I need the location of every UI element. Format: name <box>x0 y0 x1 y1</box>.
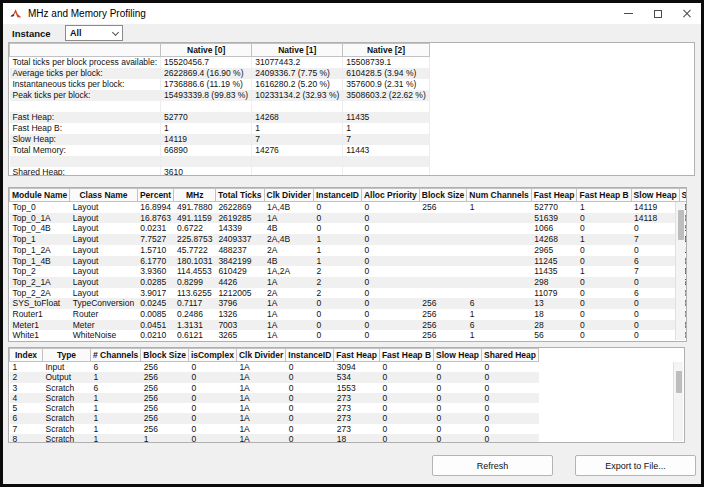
table-cell[interactable]: 28 <box>531 320 577 331</box>
table-cell[interactable]: 8 <box>10 434 43 443</box>
table-cell[interactable]: 1 <box>467 309 532 320</box>
table-cell[interactable]: Average ticks per block: <box>10 68 161 79</box>
table-cell[interactable]: 0 <box>286 403 334 413</box>
table-cell[interactable]: 0.0285 <box>137 277 174 288</box>
table-cell[interactable] <box>419 213 467 224</box>
table-cell[interactable]: 0 <box>361 213 419 224</box>
table-cell[interactable]: 1A <box>236 434 285 443</box>
table-cell[interactable]: 15493339.8 (99.83 %) <box>161 90 252 101</box>
table-cell[interactable]: 0 <box>631 309 679 320</box>
table-cell[interactable]: Scratch <box>43 383 91 393</box>
instance-dropdown[interactable]: All <box>65 25 123 41</box>
table-cell[interactable]: 1 <box>91 403 141 413</box>
table-cell[interactable]: 0.0231 <box>137 223 174 234</box>
table-cell[interactable]: Top_1 <box>10 234 70 245</box>
table-cell[interactable]: 0 <box>379 362 433 373</box>
table-cell[interactable]: 1 <box>161 123 252 134</box>
table-cell[interactable]: Layout <box>70 288 137 299</box>
table-cell[interactable]: 0 <box>482 413 539 423</box>
table-cell[interactable]: 0 <box>286 393 334 403</box>
table-cell[interactable]: 5 <box>10 403 43 413</box>
table-row[interactable]: Shared Heap:3610 <box>10 167 430 176</box>
table-cell[interactable]: 0.7117 <box>174 298 215 309</box>
table-cell[interactable] <box>343 101 429 112</box>
table-cell[interactable]: 357600.9 (2.31 %) <box>343 79 429 90</box>
table-cell[interactable]: 3.9017 <box>137 288 174 299</box>
table-row[interactable]: Top_1_4BLayout6.1770180.103138421994B101… <box>10 256 688 267</box>
table-cell[interactable]: 7 <box>343 134 429 145</box>
table-cell[interactable]: 0 <box>361 256 419 267</box>
table-cell[interactable]: 66890 <box>161 145 252 156</box>
table-cell[interactable]: 2A <box>264 245 313 256</box>
table-cell[interactable]: 298 <box>531 277 577 288</box>
table-cell[interactable]: 1A <box>236 362 285 373</box>
table-cell[interactable]: 0 <box>361 266 419 277</box>
table-cell[interactable]: 0 <box>577 256 631 267</box>
table-cell[interactable] <box>252 101 343 112</box>
table-cell[interactable]: 0.6121 <box>174 330 215 341</box>
table-cell[interactable]: 15520456.7 <box>161 57 252 69</box>
table-cell[interactable]: 0 <box>286 383 334 393</box>
table-cell[interactable]: 0 <box>188 383 236 393</box>
table-cell[interactable]: 0.6722 <box>174 223 215 234</box>
table-cell[interactable]: 0 <box>361 245 419 256</box>
table-cell[interactable]: 0 <box>286 434 334 443</box>
table-cell[interactable]: 14268 <box>252 112 343 123</box>
table-cell[interactable]: 1 <box>577 266 631 277</box>
table-cell[interactable]: 6 <box>10 413 43 423</box>
table-cell[interactable]: 0 <box>313 223 361 234</box>
table-cell[interactable]: 3508603.2 (22.62 %) <box>343 90 429 101</box>
table-cell[interactable]: White1 <box>10 330 70 341</box>
table-cell[interactable]: 0 <box>482 383 539 393</box>
table-cell[interactable]: 1A <box>264 277 313 288</box>
table-cell[interactable]: 0 <box>482 403 539 413</box>
table-cell[interactable]: Top_2_2A <box>10 288 70 299</box>
minimize-button[interactable] <box>614 3 643 24</box>
table-row[interactable]: Top_0_1ALayout16.8763491.115926192851A00… <box>10 213 688 224</box>
table-cell[interactable]: 7003 <box>215 320 264 331</box>
table-cell[interactable]: 256 <box>419 298 467 309</box>
table-cell[interactable]: 273 <box>334 424 380 434</box>
table-row[interactable]: Fast Heap B:111 <box>10 123 430 134</box>
table-cell[interactable]: 7 <box>631 266 679 277</box>
table-cell[interactable]: 14276 <box>252 145 343 156</box>
table-cell[interactable]: Top_0_1A <box>10 213 70 224</box>
table-cell[interactable]: 273 <box>334 403 380 413</box>
table-row[interactable]: Top_2Layout3.9360114.45536104291A,2A2011… <box>10 266 688 277</box>
table-row[interactable]: Total ticks per block process available:… <box>10 57 430 69</box>
table-cell[interactable] <box>343 167 429 176</box>
table-cell[interactable]: Layout <box>70 234 137 245</box>
table-cell[interactable]: Total ticks per block process available: <box>10 57 161 69</box>
table-cell[interactable]: 1A <box>264 213 313 224</box>
table-cell[interactable]: 0.0210 <box>137 330 174 341</box>
table-row[interactable]: 4Scratch125601A0273000 <box>10 393 539 403</box>
table-cell[interactable]: Layout <box>70 202 137 213</box>
table-cell[interactable]: 256 <box>419 309 467 320</box>
table-row[interactable]: 3Scratch625601A01553000 <box>10 383 539 393</box>
table-cell[interactable]: 3 <box>10 383 43 393</box>
table-row[interactable]: Total Memory:668901427611443 <box>10 145 430 156</box>
table-row[interactable]: Meter1Meter0.04511.313170031A00256628000 <box>10 320 688 331</box>
table-cell[interactable]: 0 <box>577 320 631 331</box>
table-cell[interactable]: 256 <box>141 362 189 373</box>
table-cell[interactable]: Slow Heap: <box>10 134 161 145</box>
table-cell[interactable]: 256 <box>141 403 189 413</box>
titlebar[interactable]: MHz and Memory Profiling <box>3 3 701 24</box>
table-row[interactable]: 2Output125601A0534000 <box>10 372 539 382</box>
table-cell[interactable] <box>467 234 532 245</box>
table-cell[interactable]: Total Memory: <box>10 145 161 156</box>
table-cell[interactable]: 0 <box>188 403 236 413</box>
table-cell[interactable]: Top_2 <box>10 266 70 277</box>
table-cell[interactable]: 256 <box>419 330 467 341</box>
table-cell[interactable]: 56 <box>531 330 577 341</box>
scrollbar-thumb[interactable] <box>678 210 684 240</box>
table-cell[interactable] <box>10 156 161 167</box>
table-cell[interactable]: 0 <box>434 362 482 373</box>
table-cell[interactable]: 1 <box>252 123 343 134</box>
table-cell[interactable]: 1 <box>91 424 141 434</box>
table-cell[interactable]: Input <box>43 362 91 373</box>
table-cell[interactable] <box>419 234 467 245</box>
table-cell[interactable]: 0 <box>188 393 236 403</box>
table-cell[interactable]: 0 <box>434 434 482 443</box>
table-cell[interactable]: 0 <box>188 413 236 423</box>
